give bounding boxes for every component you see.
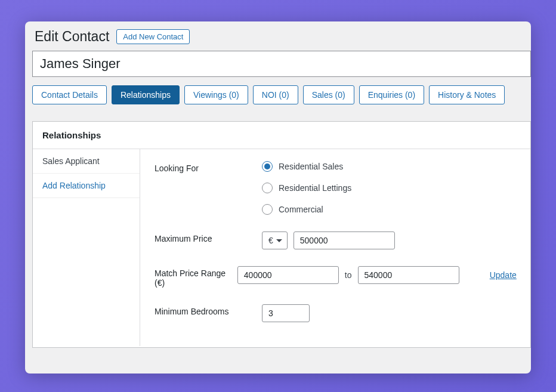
form-area: Looking For Residential Sales Residentia… [140, 149, 531, 346]
radio-label: Residential Lettings [279, 183, 351, 193]
panel-title: Relationships [42, 130, 521, 140]
chevron-down-icon [276, 239, 282, 242]
relationships-sidebar: Sales Applicant Add Relationship [33, 149, 140, 346]
min-bedrooms-input[interactable] [262, 304, 310, 322]
tab-viewings[interactable]: Viewings (0) [184, 85, 248, 104]
label-match-range: Match Price Range (€) [155, 266, 237, 288]
radio-label: Residential Sales [279, 162, 343, 171]
row-min-bedrooms: Minimum Bedrooms [155, 304, 517, 322]
sidebar-item-sales-applicant[interactable]: Sales Applicant [33, 149, 140, 174]
tab-enquiries[interactable]: Enquiries (0) [359, 85, 424, 104]
panel-header: Relationships [33, 122, 530, 149]
label-min-bedrooms: Minimum Bedrooms [155, 304, 262, 316]
tab-relationships[interactable]: Relationships [112, 85, 180, 104]
update-link[interactable]: Update [490, 270, 517, 280]
relationships-panel: Relationships Sales Applicant Add Relati… [32, 121, 531, 348]
tabs-row: Contact Details Relationships Viewings (… [25, 77, 531, 110]
max-price-input[interactable] [294, 232, 395, 249]
panel-body: Sales Applicant Add Relationship Looking… [33, 149, 530, 346]
label-max-price: Maximum Price [155, 232, 262, 243]
currency-select[interactable]: € [262, 232, 288, 249]
tab-noi[interactable]: NOI (0) [253, 85, 298, 104]
tab-sales[interactable]: Sales (0) [303, 85, 354, 104]
radio-icon [262, 183, 273, 193]
currency-symbol: € [268, 236, 273, 245]
page-header: Edit Contact Add New Contact [25, 21, 531, 51]
sidebar-item-add-relationship[interactable]: Add Relationship [33, 174, 140, 198]
row-looking-for: Looking For Residential Sales Residentia… [155, 161, 517, 215]
radio-commercial[interactable]: Commercial [262, 204, 517, 215]
match-range-to-input[interactable] [358, 266, 459, 284]
page-title: Edit Contact [35, 29, 109, 45]
match-range-controls: to Update [237, 266, 517, 284]
tab-contact-details[interactable]: Contact Details [32, 85, 107, 104]
radio-icon [262, 161, 273, 172]
radio-icon [262, 204, 273, 215]
row-match-range: Match Price Range (€) to Update [155, 266, 517, 288]
match-range-from-input[interactable] [237, 266, 339, 284]
contact-edit-card: Edit Contact Add New Contact Contact Det… [25, 21, 531, 374]
max-price-controls: € [262, 232, 395, 249]
label-looking-for: Looking For [155, 161, 262, 173]
radio-residential-lettings[interactable]: Residential Lettings [262, 183, 517, 193]
radio-residential-sales[interactable]: Residential Sales [262, 161, 517, 172]
add-new-contact-button[interactable]: Add New Contact [116, 29, 190, 44]
row-max-price: Maximum Price € [155, 232, 517, 249]
min-bedrooms-controls [262, 304, 310, 322]
looking-for-options: Residential Sales Residential Lettings C… [262, 161, 517, 215]
to-label: to [345, 270, 352, 280]
radio-label: Commercial [279, 205, 323, 214]
contact-name-wrap [25, 51, 531, 77]
contact-name-input[interactable] [32, 51, 531, 77]
tab-history-notes[interactable]: History & Notes [429, 85, 505, 104]
